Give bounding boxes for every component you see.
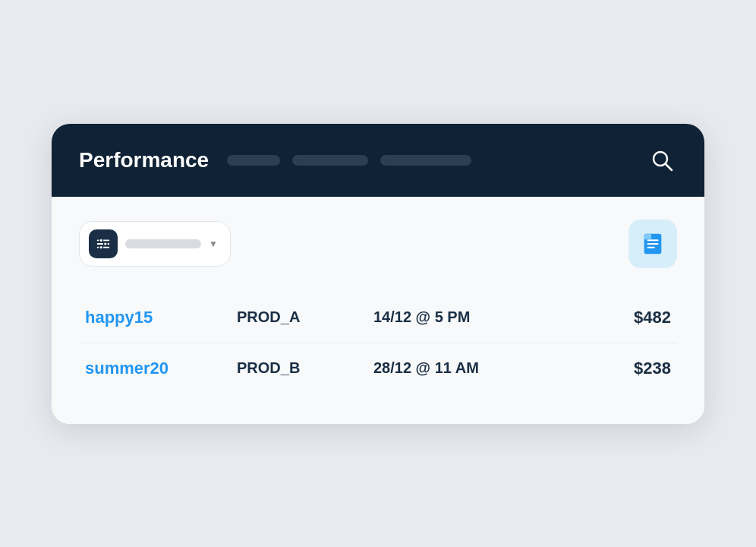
row-price: $238 xyxy=(595,359,671,378)
search-button[interactable] xyxy=(647,145,677,175)
filter-select[interactable]: ▼ xyxy=(79,221,231,267)
nav-pill-2[interactable] xyxy=(292,155,368,166)
document-list-icon xyxy=(640,231,666,257)
document-list-button[interactable] xyxy=(628,220,677,268)
nav-pill-1[interactable] xyxy=(227,155,280,166)
filter-icon-box xyxy=(89,229,118,258)
performance-table: happy15 PROD_A 14/12 @ 5 PM $482 summer2… xyxy=(79,292,677,394)
main-card: Performance xyxy=(52,124,704,424)
header-nav xyxy=(227,155,628,166)
row-product: PROD_A xyxy=(237,308,373,326)
body-content: ▼ happy15 PROD_A 14/12 @ 5 PM $482 xyxy=(52,197,704,424)
table-row: summer20 PROD_B 28/12 @ 11 AM $238 xyxy=(79,343,677,394)
row-name[interactable]: summer20 xyxy=(85,359,237,378)
svg-point-5 xyxy=(99,239,103,242)
row-product: PROD_B xyxy=(237,359,373,377)
search-icon xyxy=(650,148,674,172)
page-title: Performance xyxy=(79,148,209,172)
dropdown-arrow-icon: ▼ xyxy=(209,239,218,249)
svg-line-1 xyxy=(666,164,672,170)
svg-point-6 xyxy=(103,242,107,245)
nav-pill-3[interactable] xyxy=(380,155,471,166)
svg-point-7 xyxy=(99,245,103,249)
filter-row: ▼ xyxy=(79,220,677,268)
row-name[interactable]: happy15 xyxy=(85,308,237,327)
filter-label-pill xyxy=(125,239,201,248)
sliders-icon xyxy=(95,236,112,252)
row-price: $482 xyxy=(595,308,671,327)
table-row: happy15 PROD_A 14/12 @ 5 PM $482 xyxy=(79,292,677,343)
row-date: 28/12 @ 11 AM xyxy=(373,359,595,377)
header: Performance xyxy=(52,124,704,197)
svg-rect-12 xyxy=(644,233,651,239)
row-date: 14/12 @ 5 PM xyxy=(373,308,595,326)
